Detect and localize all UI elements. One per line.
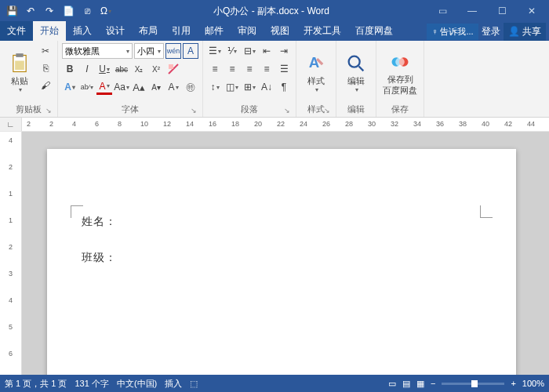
tab-selector[interactable]: ∟ (0, 118, 22, 131)
zoom-thumb[interactable] (471, 380, 478, 387)
status-words[interactable]: 131 个字 (75, 378, 108, 390)
tab-mail[interactable]: 邮件 (198, 21, 231, 41)
char-shading-icon[interactable]: Aa▾ (114, 79, 129, 95)
tab-baidu[interactable]: 百度网盘 (348, 21, 400, 41)
maximize-icon[interactable]: ☐ (488, 2, 516, 20)
tab-file[interactable]: 文件 (0, 21, 33, 41)
char-border-icon[interactable]: A (183, 43, 198, 59)
enclose-char-icon[interactable]: ㊕ (183, 79, 198, 95)
highlight-icon[interactable]: ab∕▾ (79, 79, 95, 95)
undo-icon[interactable]: ↶ (22, 2, 39, 20)
touch-icon[interactable]: ⎚ (78, 2, 96, 20)
show-marks-icon[interactable]: ¶ (276, 79, 292, 95)
tab-references[interactable]: 引用 (165, 21, 198, 41)
omega-icon[interactable]: Ω▾ (97, 2, 115, 20)
superscript-button[interactable]: X² (148, 61, 164, 77)
svg-rect-3 (169, 64, 173, 69)
close-icon[interactable]: ✕ (518, 2, 546, 20)
text-line-name[interactable]: 姓名： (82, 215, 482, 229)
view-web-icon[interactable]: ▦ (416, 379, 424, 389)
tab-home[interactable]: 开始 (33, 21, 66, 41)
phonetic-guide-icon[interactable]: wén (165, 43, 181, 59)
tab-view[interactable]: 视图 (264, 21, 296, 41)
zoom-slider[interactable] (442, 383, 504, 385)
sort-icon[interactable]: A↓ (259, 79, 274, 95)
styles-button[interactable]: A 样式▾ (300, 43, 332, 103)
subscript-button[interactable]: X₂ (131, 61, 147, 77)
zoom-in-icon[interactable]: + (511, 379, 515, 388)
document-area: 421123456 姓名： 班级： (0, 132, 549, 375)
grow-font-icon[interactable]: A▴ (131, 79, 147, 95)
para-launcher-icon[interactable]: ↘ (284, 107, 290, 114)
tab-insert[interactable]: 插入 (66, 21, 99, 41)
font-color-icon[interactable]: A▾ (96, 79, 112, 95)
numbering-icon[interactable]: ⅟▾ (224, 43, 240, 59)
text-effects-icon[interactable]: A▾ (62, 79, 78, 95)
mode-icon[interactable]: 📄 (60, 2, 77, 20)
ruler-tick: 4 (9, 136, 13, 144)
ruler-tick: 34 (413, 120, 421, 128)
shrink-font-icon[interactable]: A▾ (148, 79, 164, 95)
format-painter-icon[interactable]: 🖌 (38, 78, 53, 93)
align-center-icon[interactable]: ≡ (224, 61, 240, 77)
zoom-out-icon[interactable]: − (431, 379, 435, 388)
redo-icon[interactable]: ↷ (41, 2, 58, 20)
zoom-level[interactable]: 100% (522, 379, 544, 388)
ruler-tick: 44 (527, 120, 535, 128)
tell-me-input[interactable]: ♀ 告诉我... (427, 24, 478, 40)
distribute-icon[interactable]: ☰ (276, 61, 292, 77)
decrease-indent-icon[interactable]: ⇤ (259, 43, 274, 59)
status-extra[interactable]: ⬚ (190, 379, 198, 389)
font-name-select[interactable]: 微软雅黑▾ (62, 43, 133, 59)
styles-launcher-icon[interactable]: ↘ (324, 107, 330, 114)
ruler-tick: 26 (322, 120, 330, 128)
align-right-icon[interactable]: ≡ (242, 61, 257, 77)
status-language[interactable]: 中文(中国) (117, 378, 157, 390)
text-line-class[interactable]: 班级： (82, 251, 482, 265)
align-left-icon[interactable]: ≡ (207, 61, 223, 77)
clear-format-icon[interactable] (165, 61, 181, 77)
underline-button[interactable]: U▾ (96, 61, 112, 77)
font-launcher-icon[interactable]: ↘ (191, 107, 197, 114)
save-icon[interactable]: 💾 (3, 2, 20, 20)
status-page[interactable]: 第 1 页，共 1 页 (5, 378, 67, 390)
vertical-ruler[interactable]: 421123456 (0, 132, 22, 375)
italic-button[interactable]: I (79, 61, 95, 77)
save-to-baidu-button[interactable]: 保存到百度网盘 (380, 43, 420, 103)
tab-design[interactable]: 设计 (99, 21, 132, 41)
ruler-tick: 2 (9, 163, 13, 171)
horizontal-ruler[interactable]: 2246810121416182022242628303234363840424… (22, 118, 549, 131)
shading-icon[interactable]: ◫▾ (224, 79, 240, 95)
group-styles: A 样式▾ 样式↘ (296, 41, 336, 117)
editing-button[interactable]: 编辑▾ (340, 43, 372, 103)
multilevel-icon[interactable]: ⊟▾ (242, 43, 257, 59)
cut-icon[interactable]: ✂ (38, 43, 53, 59)
justify-icon[interactable]: ≡ (259, 61, 274, 77)
login-button[interactable]: 登录 (482, 25, 500, 38)
status-insert-mode[interactable]: 插入 (165, 378, 182, 390)
ruler-tick: 2 (27, 120, 31, 128)
tab-developer[interactable]: 开发工具 (296, 21, 348, 41)
change-case-icon[interactable]: A▾ (165, 79, 181, 95)
copy-icon[interactable]: ⎘ (38, 60, 53, 76)
borders-icon[interactable]: ⊞▾ (242, 79, 257, 95)
ribbon-options-icon[interactable]: ▭ (428, 2, 456, 20)
tab-layout[interactable]: 布局 (132, 21, 165, 41)
share-button[interactable]: 👤 共享 (504, 23, 546, 41)
page[interactable]: 姓名： 班级： (47, 149, 516, 375)
page-scroll[interactable]: 姓名： 班级： (22, 132, 549, 375)
font-size-select[interactable]: 小四▾ (134, 43, 164, 59)
ruler-tick: 6 (9, 350, 13, 358)
ruler-tick: 3 (9, 270, 13, 278)
bold-button[interactable]: B (62, 61, 78, 77)
tab-review[interactable]: 审阅 (231, 21, 264, 41)
minimize-icon[interactable]: — (458, 2, 486, 20)
strike-button[interactable]: abc (114, 61, 129, 77)
line-spacing-icon[interactable]: ↕▾ (207, 79, 223, 95)
paste-button[interactable]: 粘贴▾ (4, 43, 35, 103)
bullets-icon[interactable]: ☰▾ (207, 43, 223, 59)
view-print-icon[interactable]: ▤ (402, 379, 410, 389)
view-read-icon[interactable]: ▭ (388, 379, 396, 389)
increase-indent-icon[interactable]: ⇥ (276, 43, 292, 59)
clipboard-launcher-icon[interactable]: ↘ (45, 107, 52, 114)
